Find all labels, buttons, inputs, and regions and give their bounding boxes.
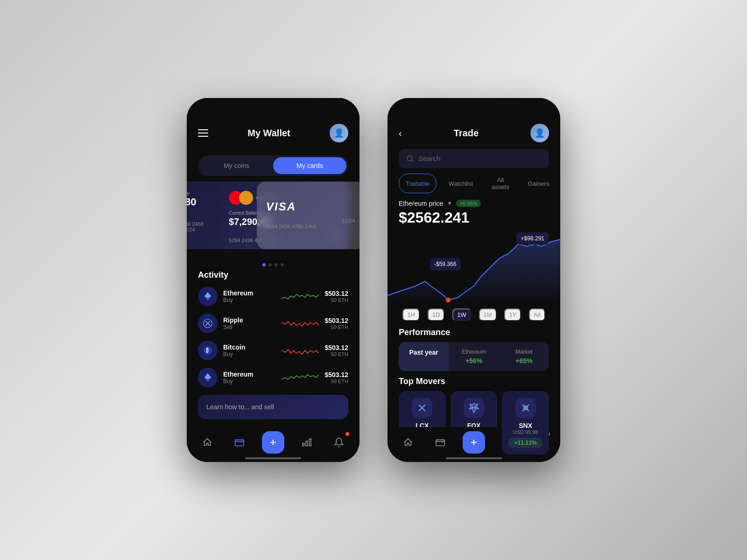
time-selector: 1H 1D 1W 1M 1Y All bbox=[388, 308, 560, 321]
perf-market-label: Market bbox=[506, 349, 543, 355]
filter-watchlist[interactable]: Watchlist bbox=[442, 174, 479, 193]
learn-banner[interactable]: Learn how to... and sell bbox=[198, 395, 348, 419]
eth-name-1: Ethereum bbox=[223, 289, 276, 297]
eth-usd-2: $503.12 bbox=[324, 371, 348, 378]
nav-home-trade[interactable] bbox=[399, 433, 417, 452]
svg-line-16 bbox=[411, 160, 413, 161]
card-visa[interactable]: VISA 5294 2436 4780 2468 12/24 bbox=[257, 182, 359, 249]
xrp-usd: $503.12 bbox=[324, 317, 348, 324]
mc-right-circle bbox=[239, 191, 253, 205]
dot-2 bbox=[268, 263, 272, 266]
eth-icon-1 bbox=[198, 287, 218, 306]
top-movers-title: Top Movers bbox=[399, 377, 549, 386]
xrp-action: Sell bbox=[223, 324, 276, 330]
hamburger-button[interactable] bbox=[198, 129, 208, 137]
eth-info-1: Ethereum Buy bbox=[223, 289, 276, 303]
activity-section: Activity Ethereum Buy $503.12 bbox=[187, 270, 359, 387]
price-label-row: Ethereum price ▼ +0.66% bbox=[399, 200, 549, 207]
eth-amount-1: $503.12 50 ETH bbox=[324, 290, 348, 303]
lcx-icon bbox=[412, 398, 432, 418]
eth-action-1: Buy bbox=[223, 297, 276, 303]
chart-tooltip-low: -$59.366 bbox=[430, 258, 461, 270]
time-all[interactable]: All bbox=[529, 308, 545, 321]
svg-rect-13 bbox=[306, 441, 308, 446]
time-1h[interactable]: 1H bbox=[402, 308, 420, 321]
filter-tabs: Tradable Watchlist All assets Gainers Lo… bbox=[388, 174, 560, 193]
user-avatar[interactable]: 👤 bbox=[330, 124, 348, 142]
mover-snx[interactable]: SNX USD 95.98 +11.11% bbox=[502, 391, 549, 455]
svg-text:₿: ₿ bbox=[206, 348, 209, 353]
sparkline-4 bbox=[282, 370, 319, 385]
performance-section: Performance Past year Ethereum +56% Mark… bbox=[388, 328, 560, 371]
wallet-header: My Wallet 👤 bbox=[187, 98, 359, 150]
svg-rect-9 bbox=[235, 440, 243, 446]
perf-period: Past year bbox=[399, 342, 449, 371]
xrp-info: Ripple Sell bbox=[223, 316, 276, 330]
trade-screen: ‹ Trade 👤 Search Tradable Watchlist All … bbox=[388, 98, 560, 462]
time-1d[interactable]: 1D bbox=[428, 308, 445, 321]
search-bar[interactable]: Search bbox=[399, 149, 549, 168]
nav-bell-wallet[interactable] bbox=[330, 433, 348, 452]
nav-wallet-wallet[interactable] bbox=[230, 433, 249, 452]
cards-section: nce ,80 780 2468 12/24 mastercard Curren… bbox=[187, 182, 359, 259]
time-1y[interactable]: 1Y bbox=[504, 308, 521, 321]
bell-notification-dot-wallet bbox=[345, 432, 349, 436]
activity-item-btc[interactable]: ₿ Bitcoin Buy $503.12 50 ETH bbox=[198, 341, 348, 360]
svg-point-15 bbox=[407, 156, 412, 161]
eth-name-2: Ethereum bbox=[223, 371, 276, 378]
bottom-nav-wallet bbox=[187, 427, 359, 462]
main-price: $2562.241 bbox=[399, 209, 549, 226]
nav-chart-wallet[interactable] bbox=[297, 433, 316, 452]
xrp-sub: 50 ETH bbox=[324, 324, 348, 330]
filter-all-assets[interactable]: All assets bbox=[485, 174, 516, 193]
nav-fab-trade[interactable] bbox=[463, 431, 485, 454]
fox-icon bbox=[464, 398, 484, 418]
activity-item[interactable]: Ethereum Buy $503.12 50 ETH bbox=[198, 287, 348, 306]
wallet-title: My Wallet bbox=[247, 128, 290, 139]
btc-action: Buy bbox=[223, 351, 276, 357]
activity-title: Activity bbox=[198, 270, 348, 280]
chart-container: +$98.291 -$59.366 bbox=[388, 230, 560, 305]
back-button[interactable]: ‹ bbox=[399, 128, 402, 139]
sparkline-1 bbox=[282, 289, 319, 304]
eth-usd-1: $503.12 bbox=[324, 290, 348, 297]
home-indicator-trade bbox=[446, 457, 502, 459]
filter-gainers[interactable]: Gainers bbox=[521, 174, 556, 193]
trend-arrow: ▼ bbox=[447, 200, 452, 207]
dot-1 bbox=[262, 263, 266, 266]
dot-3 bbox=[275, 263, 278, 266]
visa-card-number-row: 5294 2436 4780 2468 12/24 bbox=[266, 218, 355, 229]
perf-market: Market +65% bbox=[499, 342, 549, 371]
time-1m[interactable]: 1M bbox=[479, 308, 497, 321]
performance-card: Past year Ethereum +56% Market +65% bbox=[399, 342, 549, 371]
eth-amount-2: $503.12 50 ETH bbox=[324, 371, 348, 384]
chart-tooltip-high: +$98.291 bbox=[516, 232, 549, 245]
activity-item-ripple[interactable]: Ripple Sell $503.12 50 ETH bbox=[198, 314, 348, 333]
time-1w[interactable]: 1W bbox=[452, 308, 471, 321]
nav-fab-wallet[interactable] bbox=[262, 431, 284, 454]
btc-amount: $503.12 50 ETH bbox=[324, 344, 348, 357]
chart-low-value: -$59.366 bbox=[434, 261, 456, 267]
my-coins-tab[interactable]: My coins bbox=[200, 157, 273, 174]
search-icon bbox=[406, 155, 414, 162]
activity-item-eth2[interactable]: Ethereum Buy $503.12 50 ETH bbox=[198, 368, 348, 387]
nav-bell-wrapper-wallet bbox=[330, 433, 348, 452]
perf-eth: Ethereum +56% bbox=[449, 342, 499, 371]
nav-wallet-trade[interactable] bbox=[431, 433, 450, 452]
visa-expiry: 12/24 bbox=[342, 218, 355, 229]
my-cards-tab[interactable]: My cards bbox=[273, 157, 346, 174]
filter-tradable[interactable]: Tradable bbox=[399, 174, 437, 193]
price-badge: +0.66% bbox=[456, 200, 481, 207]
eth-info-2: Ethereum Buy bbox=[223, 371, 276, 385]
eth-sub-1: 50 ETH bbox=[324, 297, 348, 303]
svg-point-22 bbox=[475, 407, 476, 408]
svg-rect-12 bbox=[303, 443, 304, 446]
xrp-icon bbox=[198, 314, 218, 333]
trade-user-avatar[interactable]: 👤 bbox=[530, 124, 549, 142]
xrp-amount: $503.12 50 ETH bbox=[324, 317, 348, 330]
nav-home-wallet[interactable] bbox=[198, 433, 217, 452]
btc-info: Bitcoin Buy bbox=[223, 343, 276, 357]
learn-text: Learn how to... and sell bbox=[206, 403, 274, 411]
chart-high-value: +$98.291 bbox=[521, 235, 544, 242]
trade-phone: ‹ Trade 👤 Search Tradable Watchlist All … bbox=[388, 98, 560, 462]
